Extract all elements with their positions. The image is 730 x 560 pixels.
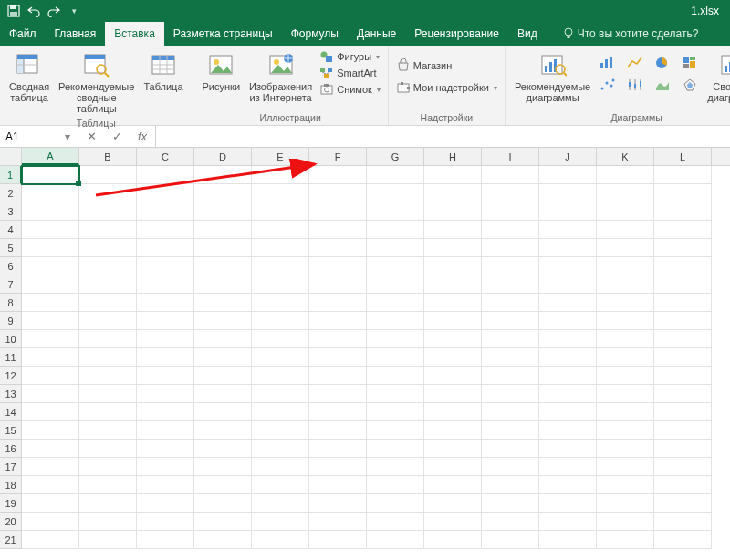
cell[interactable]: [482, 367, 539, 385]
cell[interactable]: [194, 239, 252, 257]
row-header[interactable]: 6: [0, 257, 22, 275]
column-header[interactable]: H: [424, 148, 482, 165]
cell[interactable]: [252, 239, 309, 257]
cell[interactable]: [539, 257, 597, 275]
cell[interactable]: [539, 348, 597, 367]
cell[interactable]: [424, 330, 482, 348]
cell[interactable]: [424, 239, 482, 257]
cell[interactable]: [137, 348, 194, 367]
cell[interactable]: [309, 531, 367, 549]
cell[interactable]: [654, 403, 712, 421]
cell[interactable]: [79, 294, 137, 312]
cell[interactable]: [309, 166, 367, 184]
cell[interactable]: [367, 257, 424, 275]
cell[interactable]: [597, 494, 654, 513]
tab-file[interactable]: Файл: [0, 22, 46, 46]
cell[interactable]: [424, 257, 482, 275]
cell[interactable]: [194, 294, 252, 312]
save-icon[interactable]: [5, 3, 22, 19]
cell[interactable]: [597, 367, 654, 385]
cell[interactable]: [252, 513, 309, 531]
row-header[interactable]: 1: [0, 166, 22, 184]
column-header[interactable]: E: [252, 148, 309, 165]
cell[interactable]: [539, 239, 597, 257]
cell[interactable]: [137, 166, 194, 184]
cell[interactable]: [309, 440, 367, 458]
cell[interactable]: [22, 221, 79, 239]
cell[interactable]: [367, 421, 424, 440]
cell[interactable]: [252, 275, 309, 294]
shapes-button[interactable]: Фигуры▾: [318, 48, 382, 65]
cell[interactable]: [194, 458, 252, 476]
cell[interactable]: [597, 312, 654, 330]
cell[interactable]: [137, 385, 194, 403]
cell[interactable]: [22, 458, 79, 476]
cell[interactable]: [194, 166, 252, 184]
cell[interactable]: [137, 513, 194, 531]
cell[interactable]: [597, 513, 654, 531]
fx-icon[interactable]: fx: [130, 126, 155, 147]
cell[interactable]: [482, 458, 539, 476]
column-header[interactable]: J: [539, 148, 597, 165]
tab-insert[interactable]: Вставка: [105, 22, 164, 46]
cell[interactable]: [22, 184, 79, 202]
pictures-button[interactable]: Рисунки: [199, 48, 245, 94]
cell[interactable]: [137, 403, 194, 421]
column-header[interactable]: C: [137, 148, 194, 165]
cell[interactable]: [367, 221, 424, 239]
cell[interactable]: [252, 367, 309, 385]
cell[interactable]: [79, 421, 137, 440]
cell[interactable]: [137, 476, 194, 494]
cell[interactable]: [539, 202, 597, 221]
cell[interactable]: [367, 312, 424, 330]
cell[interactable]: [137, 184, 194, 202]
cell[interactable]: [252, 385, 309, 403]
column-header[interactable]: D: [194, 148, 252, 165]
row-header[interactable]: 9: [0, 312, 22, 330]
cell[interactable]: [22, 494, 79, 513]
cell[interactable]: [194, 513, 252, 531]
cell[interactable]: [654, 184, 712, 202]
cell[interactable]: [654, 348, 712, 367]
cell[interactable]: [309, 494, 367, 513]
cell[interactable]: [597, 202, 654, 221]
cell[interactable]: [367, 348, 424, 367]
cell[interactable]: [22, 294, 79, 312]
recommended-charts-button[interactable]: Рекомендуемые диаграммы: [511, 48, 594, 105]
hierarchy-chart-icon[interactable]: [680, 54, 700, 72]
cell[interactable]: [597, 476, 654, 494]
column-header[interactable]: I: [482, 148, 539, 165]
cell[interactable]: [194, 275, 252, 294]
cell[interactable]: [22, 348, 79, 367]
cell[interactable]: [194, 202, 252, 221]
cell[interactable]: [482, 166, 539, 184]
cell[interactable]: [137, 367, 194, 385]
bar-chart-icon[interactable]: [598, 54, 618, 72]
cell[interactable]: [482, 494, 539, 513]
stock-chart-icon[interactable]: [625, 76, 645, 94]
cell[interactable]: [137, 312, 194, 330]
cell[interactable]: [654, 440, 712, 458]
cell[interactable]: [482, 294, 539, 312]
tab-page-layout[interactable]: Разметка страницы: [164, 22, 282, 46]
table-button[interactable]: Таблица: [140, 48, 186, 94]
cell[interactable]: [539, 385, 597, 403]
row-header[interactable]: 14: [0, 403, 22, 421]
cell[interactable]: [367, 275, 424, 294]
store-button[interactable]: Магазин: [394, 57, 499, 74]
row-header[interactable]: 10: [0, 330, 22, 348]
cell[interactable]: [597, 348, 654, 367]
cell[interactable]: [597, 403, 654, 421]
tab-view[interactable]: Вид: [508, 22, 547, 46]
cell[interactable]: [424, 513, 482, 531]
cell[interactable]: [22, 367, 79, 385]
tab-data[interactable]: Данные: [348, 22, 405, 46]
cell-reference-input[interactable]: [0, 126, 57, 147]
cell[interactable]: [252, 257, 309, 275]
cell[interactable]: [539, 221, 597, 239]
pie-chart-icon[interactable]: [652, 54, 673, 72]
cell[interactable]: [194, 312, 252, 330]
cell[interactable]: [654, 202, 712, 221]
cell[interactable]: [597, 385, 654, 403]
cell[interactable]: [252, 221, 309, 239]
